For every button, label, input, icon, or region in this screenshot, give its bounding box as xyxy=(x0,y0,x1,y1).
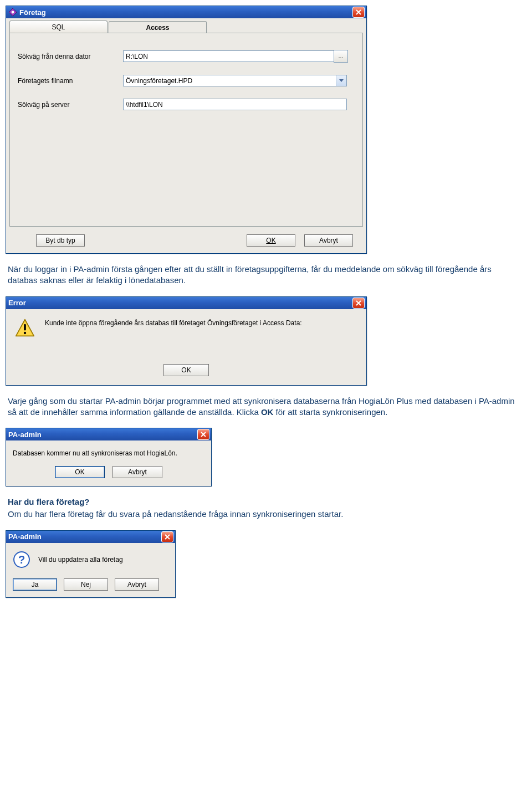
window-title: PA-admin xyxy=(8,431,197,439)
heading-text: Har du flera företag? xyxy=(8,497,90,506)
close-button[interactable] xyxy=(197,429,209,440)
window-title: PA-admin xyxy=(8,532,161,541)
tab-sql[interactable]: SQL xyxy=(9,21,108,33)
close-button[interactable] xyxy=(161,531,173,542)
paragraph-3: Om du har flera företag får du svara på … xyxy=(8,509,523,520)
pa-admin-sync-dialog: PA-admin Databasen kommer nu att synkron… xyxy=(6,428,212,486)
heading-multiple-companies: Har du flera företag? xyxy=(8,496,523,508)
paragraph-1: När du loggar in i PA-admin första gånge… xyxy=(8,264,523,286)
cancel-button[interactable]: Avbryt xyxy=(115,578,159,591)
svg-point-1 xyxy=(12,11,14,14)
paragraph-2: Varje gång som du startar PA-admin börja… xyxy=(8,396,523,418)
svg-rect-4 xyxy=(24,324,26,330)
close-icon xyxy=(165,534,170,540)
titlebar[interactable]: PA-admin xyxy=(6,531,175,543)
titlebar[interactable]: Företag xyxy=(6,6,366,18)
ok-button[interactable]: OK xyxy=(247,234,295,247)
ok-button[interactable]: OK xyxy=(163,364,209,376)
path-label: Sökväg från denna dator xyxy=(18,53,123,60)
cancel-button[interactable]: Avbryt xyxy=(112,466,162,478)
browse-button[interactable]: ... xyxy=(334,50,348,63)
close-icon xyxy=(201,432,206,437)
no-button[interactable]: Nej xyxy=(64,578,108,591)
sync-message: Databasen kommer nu att synkroniseras mo… xyxy=(13,449,204,457)
close-icon xyxy=(356,300,361,306)
ok-button[interactable]: OK xyxy=(55,466,105,478)
filename-combo[interactable] xyxy=(123,75,347,86)
window-title: Error xyxy=(8,299,352,307)
server-label: Sökväg på server xyxy=(18,101,123,109)
titlebar[interactable]: PA-admin xyxy=(6,428,211,440)
combo-arrow-button[interactable] xyxy=(336,75,346,86)
svg-text:?: ? xyxy=(18,554,25,566)
cancel-button[interactable]: Avbryt xyxy=(304,234,353,247)
pa-admin-question-dialog: PA-admin ? Vill du uppdatera alla företa… xyxy=(6,530,176,598)
server-input[interactable] xyxy=(123,99,347,110)
question-message: Vill du uppdatera alla företag xyxy=(38,556,123,563)
button-bar: Byt db typ OK Avbryt xyxy=(6,230,366,253)
change-db-button[interactable]: Byt db typ xyxy=(36,234,85,247)
error-message: Kunde inte öppna föregående års databas … xyxy=(45,318,302,327)
svg-point-5 xyxy=(24,331,26,334)
tab-row: SQL Access xyxy=(9,21,363,33)
titlebar[interactable]: Error xyxy=(6,297,366,309)
window-title: Företag xyxy=(19,8,352,17)
path-input[interactable] xyxy=(123,50,334,62)
tab-panel-access: Sökväg från denna dator ... Företagets f… xyxy=(9,33,363,227)
app-icon xyxy=(8,8,17,17)
tab-access[interactable]: Access xyxy=(109,21,207,33)
warning-icon xyxy=(15,318,35,340)
yes-button[interactable]: Ja xyxy=(13,578,57,591)
question-icon: ? xyxy=(13,551,30,568)
paragraph-2b: för att starta synkroniseringen. xyxy=(273,407,387,417)
chevron-down-icon xyxy=(339,79,344,83)
close-button[interactable] xyxy=(352,7,365,18)
paragraph-2-bold: OK xyxy=(261,407,274,417)
close-button[interactable] xyxy=(352,298,365,309)
close-icon xyxy=(356,9,361,15)
svg-marker-2 xyxy=(339,79,344,82)
filename-label: Företagets filnamn xyxy=(18,77,123,85)
error-dialog: Error Kunde inte öppna föregående års da… xyxy=(6,296,367,386)
foretag-dialog: Företag SQL Access Sökväg från denna dat… xyxy=(6,6,367,254)
